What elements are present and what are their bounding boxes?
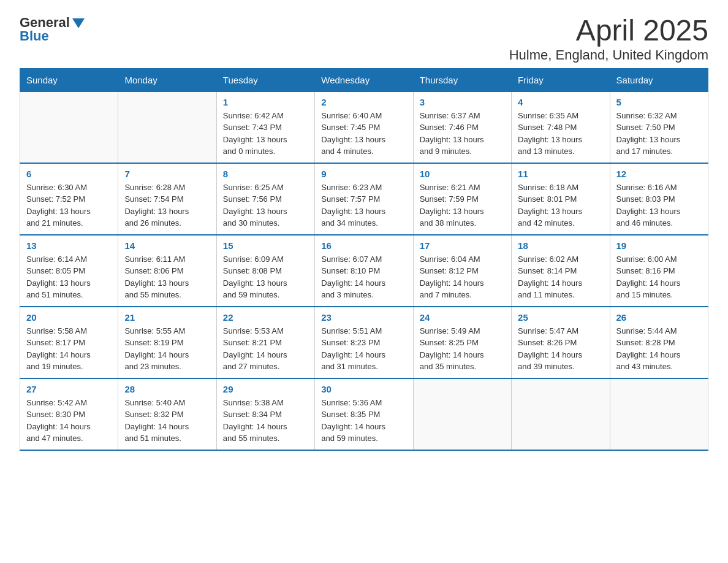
day-number: 5 (616, 97, 702, 107)
calendar-cell: 24Sunrise: 5:49 AM Sunset: 8:25 PM Dayli… (413, 307, 511, 378)
calendar-week-row-3: 13Sunrise: 6:14 AM Sunset: 8:05 PM Dayli… (20, 235, 708, 307)
day-number: 18 (518, 240, 603, 251)
calendar-cell: 23Sunrise: 5:51 AM Sunset: 8:23 PM Dayli… (315, 307, 413, 378)
calendar-cell: 7Sunrise: 6:28 AM Sunset: 7:54 PM Daylig… (118, 163, 216, 235)
calendar-col-header-wednesday: Wednesday (315, 68, 413, 91)
calendar-cell: 21Sunrise: 5:55 AM Sunset: 8:19 PM Dayli… (118, 307, 216, 378)
day-number: 25 (518, 312, 603, 323)
day-number: 17 (420, 240, 505, 251)
logo: General Blue (20, 15, 85, 44)
day-info: Sunrise: 6:25 AM Sunset: 7:56 PM Dayligh… (223, 182, 308, 229)
day-number: 2 (321, 97, 406, 107)
day-info: Sunrise: 6:28 AM Sunset: 7:54 PM Dayligh… (124, 182, 210, 229)
calendar-col-header-monday: Monday (118, 68, 216, 91)
calendar-cell: 20Sunrise: 5:58 AM Sunset: 8:17 PM Dayli… (20, 307, 118, 378)
calendar-cell: 30Sunrise: 5:36 AM Sunset: 8:35 PM Dayli… (315, 378, 413, 450)
calendar-table: SundayMondayTuesdayWednesdayThursdayFrid… (20, 68, 708, 451)
day-info: Sunrise: 6:11 AM Sunset: 8:06 PM Dayligh… (124, 253, 210, 301)
day-info: Sunrise: 6:02 AM Sunset: 8:14 PM Dayligh… (518, 253, 603, 301)
day-number: 28 (124, 384, 210, 394)
day-info: Sunrise: 5:58 AM Sunset: 8:17 PM Dayligh… (26, 325, 112, 373)
day-info: Sunrise: 6:04 AM Sunset: 8:12 PM Dayligh… (420, 253, 505, 301)
calendar-cell: 4Sunrise: 6:35 AM Sunset: 7:48 PM Daylig… (512, 91, 610, 163)
calendar-cell: 29Sunrise: 5:38 AM Sunset: 8:34 PM Dayli… (216, 378, 314, 450)
calendar-cell: 27Sunrise: 5:42 AM Sunset: 8:30 PM Dayli… (20, 378, 118, 450)
day-number: 7 (124, 169, 210, 179)
day-number: 11 (518, 169, 603, 179)
day-number: 19 (616, 240, 702, 251)
calendar-cell (610, 378, 708, 450)
day-number: 12 (616, 169, 702, 179)
logo-triangle-icon (72, 18, 85, 28)
calendar-cell: 16Sunrise: 6:07 AM Sunset: 8:10 PM Dayli… (315, 235, 413, 307)
day-info: Sunrise: 6:07 AM Sunset: 8:10 PM Dayligh… (321, 253, 406, 301)
calendar-cell: 3Sunrise: 6:37 AM Sunset: 7:46 PM Daylig… (413, 91, 511, 163)
calendar-cell: 13Sunrise: 6:14 AM Sunset: 8:05 PM Dayli… (20, 235, 118, 307)
day-info: Sunrise: 6:09 AM Sunset: 8:08 PM Dayligh… (223, 253, 308, 301)
calendar-cell: 12Sunrise: 6:16 AM Sunset: 8:03 PM Dayli… (610, 163, 708, 235)
calendar-header-row: SundayMondayTuesdayWednesdayThursdayFrid… (20, 68, 708, 91)
day-number: 14 (124, 240, 210, 251)
day-info: Sunrise: 6:14 AM Sunset: 8:05 PM Dayligh… (26, 253, 112, 301)
calendar-cell: 1Sunrise: 6:42 AM Sunset: 7:43 PM Daylig… (216, 91, 314, 163)
calendar-cell: 22Sunrise: 5:53 AM Sunset: 8:21 PM Dayli… (216, 307, 314, 378)
day-number: 1 (223, 97, 308, 107)
day-info: Sunrise: 6:42 AM Sunset: 7:43 PM Dayligh… (223, 110, 308, 158)
calendar-cell: 10Sunrise: 6:21 AM Sunset: 7:59 PM Dayli… (413, 163, 511, 235)
day-info: Sunrise: 5:53 AM Sunset: 8:21 PM Dayligh… (223, 325, 308, 373)
day-number: 10 (420, 169, 505, 179)
day-info: Sunrise: 6:40 AM Sunset: 7:45 PM Dayligh… (321, 110, 406, 158)
day-number: 21 (124, 312, 210, 323)
calendar-cell (118, 91, 216, 163)
calendar-cell: 6Sunrise: 6:30 AM Sunset: 7:52 PM Daylig… (20, 163, 118, 235)
day-number: 26 (616, 312, 702, 323)
day-info: Sunrise: 5:42 AM Sunset: 8:30 PM Dayligh… (26, 397, 112, 445)
calendar-cell: 2Sunrise: 6:40 AM Sunset: 7:45 PM Daylig… (315, 91, 413, 163)
day-info: Sunrise: 6:16 AM Sunset: 8:03 PM Dayligh… (616, 182, 702, 229)
day-number: 3 (420, 97, 505, 107)
day-number: 9 (321, 169, 406, 179)
day-number: 27 (26, 384, 112, 394)
day-number: 20 (26, 312, 112, 323)
day-info: Sunrise: 6:21 AM Sunset: 7:59 PM Dayligh… (420, 182, 505, 229)
day-info: Sunrise: 5:55 AM Sunset: 8:19 PM Dayligh… (124, 325, 210, 373)
calendar-week-row-5: 27Sunrise: 5:42 AM Sunset: 8:30 PM Dayli… (20, 378, 708, 450)
calendar-cell (512, 378, 610, 450)
day-info: Sunrise: 6:35 AM Sunset: 7:48 PM Dayligh… (518, 110, 603, 158)
calendar-col-header-thursday: Thursday (413, 68, 511, 91)
day-info: Sunrise: 6:23 AM Sunset: 7:57 PM Dayligh… (321, 182, 406, 229)
calendar-cell: 18Sunrise: 6:02 AM Sunset: 8:14 PM Dayli… (512, 235, 610, 307)
calendar-cell: 26Sunrise: 5:44 AM Sunset: 8:28 PM Dayli… (610, 307, 708, 378)
calendar-week-row-1: 1Sunrise: 6:42 AM Sunset: 7:43 PM Daylig… (20, 91, 708, 163)
calendar-cell: 5Sunrise: 6:32 AM Sunset: 7:50 PM Daylig… (610, 91, 708, 163)
day-info: Sunrise: 6:30 AM Sunset: 7:52 PM Dayligh… (26, 182, 112, 229)
day-number: 8 (223, 169, 308, 179)
day-number: 16 (321, 240, 406, 251)
day-number: 23 (321, 312, 406, 323)
day-number: 29 (223, 384, 308, 394)
calendar-cell: 17Sunrise: 6:04 AM Sunset: 8:12 PM Dayli… (413, 235, 511, 307)
day-number: 6 (26, 169, 112, 179)
calendar-week-row-4: 20Sunrise: 5:58 AM Sunset: 8:17 PM Dayli… (20, 307, 708, 378)
day-number: 4 (518, 97, 603, 107)
calendar-week-row-2: 6Sunrise: 6:30 AM Sunset: 7:52 PM Daylig… (20, 163, 708, 235)
day-number: 15 (223, 240, 308, 251)
day-info: Sunrise: 5:51 AM Sunset: 8:23 PM Dayligh… (321, 325, 406, 373)
calendar-col-header-tuesday: Tuesday (216, 68, 314, 91)
calendar-cell: 11Sunrise: 6:18 AM Sunset: 8:01 PM Dayli… (512, 163, 610, 235)
day-info: Sunrise: 5:36 AM Sunset: 8:35 PM Dayligh… (321, 397, 406, 445)
calendar-col-header-friday: Friday (512, 68, 610, 91)
calendar-title: April 2025 (509, 15, 708, 47)
calendar-cell: 15Sunrise: 6:09 AM Sunset: 8:08 PM Dayli… (216, 235, 314, 307)
day-info: Sunrise: 5:44 AM Sunset: 8:28 PM Dayligh… (616, 325, 702, 373)
day-info: Sunrise: 5:47 AM Sunset: 8:26 PM Dayligh… (518, 325, 603, 373)
calendar-cell (413, 378, 511, 450)
calendar-cell: 28Sunrise: 5:40 AM Sunset: 8:32 PM Dayli… (118, 378, 216, 450)
logo-blue-text: Blue (20, 28, 49, 44)
day-info: Sunrise: 6:37 AM Sunset: 7:46 PM Dayligh… (420, 110, 505, 158)
calendar-cell: 25Sunrise: 5:47 AM Sunset: 8:26 PM Dayli… (512, 307, 610, 378)
day-number: 13 (26, 240, 112, 251)
calendar-col-header-saturday: Saturday (610, 68, 708, 91)
day-info: Sunrise: 5:49 AM Sunset: 8:25 PM Dayligh… (420, 325, 505, 373)
day-info: Sunrise: 6:00 AM Sunset: 8:16 PM Dayligh… (616, 253, 702, 301)
